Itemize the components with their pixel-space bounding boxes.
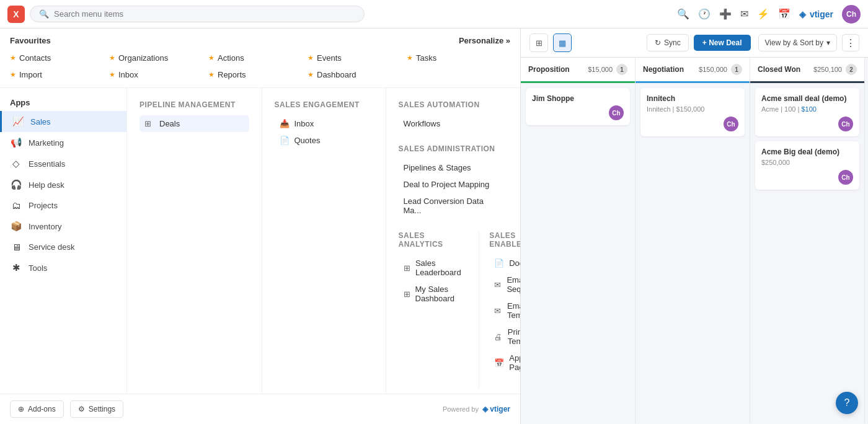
lead-conversion-link[interactable]: Lead Conversion Data Ma...	[399, 193, 508, 219]
tools-icon: ✱	[10, 262, 22, 273]
fav-organizations[interactable]: ★Organizations	[109, 51, 208, 64]
fav-reports[interactable]: ★Reports	[208, 68, 308, 81]
email-icon[interactable]: ✉	[740, 8, 748, 20]
search-input[interactable]	[54, 9, 355, 19]
print-templates-link[interactable]: 🖨 Print Templates	[489, 324, 520, 350]
leaderboard-icon: ⊞	[404, 263, 410, 273]
search-bar[interactable]: 🔍	[30, 6, 365, 22]
app-item-tools[interactable]: ✱ Tools	[0, 257, 126, 278]
help-fab[interactable]: ?	[836, 392, 858, 414]
lightning-icon[interactable]: ⚡	[757, 8, 769, 20]
fav-import[interactable]: ★Import	[10, 68, 109, 81]
deal-card[interactable]: Innitech Innitech | $150,000 Ch	[640, 88, 745, 136]
favourites-heading: Favourites	[10, 36, 51, 45]
more-options-button[interactable]: ⋮	[842, 34, 859, 51]
favourites-title: Favourites Personalize »	[10, 36, 510, 45]
search-icon: 🔍	[39, 9, 49, 19]
deal-card[interactable]: Acme small deal (demo) Acme | 100 | $100…	[755, 88, 859, 136]
star-icon: ★	[208, 71, 215, 79]
dashboard-icon: ⊞	[404, 289, 410, 299]
apps-title: Apps	[0, 94, 126, 111]
deal-card[interactable]: Acme Big deal (demo) $250,000 Ch	[755, 141, 859, 190]
add-icon[interactable]: ➕	[719, 8, 732, 20]
sync-button[interactable]: ↻ Sync	[647, 34, 689, 51]
col-body-negotiation: Innitech Innitech | $150,000 Ch	[636, 83, 750, 423]
deal-card[interactable]: Jim Shoppe Ch	[526, 88, 630, 125]
addons-icon: ⊕	[18, 405, 24, 413]
fav-actions[interactable]: ★Actions	[208, 51, 308, 64]
app-item-inventory[interactable]: 📦 Inventory	[0, 216, 126, 237]
calendar-icon[interactable]: 📅	[778, 8, 790, 20]
mega-menu: Favourites Personalize » ★Contacts ★Orga…	[0, 29, 521, 424]
helpdesk-icon: 🎧	[10, 179, 22, 190]
menu-panel-right: Sales Automation Workflows Sales Adminis…	[386, 88, 521, 394]
app-item-sales[interactable]: 📈 Sales	[0, 111, 126, 132]
sales-enablement-section: Sales Enablement 📄 Documents ✉ Email Seq…	[489, 231, 520, 376]
search-nav-icon[interactable]: 🔍	[677, 8, 689, 20]
menu-content: Pipeline Management ⊞ Deals Sales Engage…	[127, 88, 520, 394]
avatar: Ch	[609, 105, 624, 120]
star-icon: ★	[109, 54, 115, 62]
app-item-servicedesk[interactable]: 🖥 Service desk	[0, 237, 126, 257]
top-nav: X 🔍 🔍 🕐 ➕ ✉ ⚡ 📅 ◈ vtiger Ch	[0, 0, 868, 29]
my-sales-dashboard-link[interactable]: ⊞ My Sales Dashboard	[399, 281, 469, 307]
nav-right: 🔍 🕐 ➕ ✉ ⚡ 📅 ◈ vtiger Ch	[677, 5, 861, 24]
appointment-icon: 📅	[494, 358, 504, 368]
deal-project-mapping-link[interactable]: Deal to Project Mapping	[399, 176, 508, 193]
documents-link[interactable]: 📄 Documents	[489, 255, 520, 272]
menu-body: Apps 📈 Sales 📢 Marketing ◇ Essentials 🎧 …	[0, 88, 520, 394]
email-sequences-icon: ✉	[494, 280, 502, 289]
close-button[interactable]: X	[7, 6, 25, 23]
app-item-projects[interactable]: 🗂 Projects	[0, 195, 126, 216]
pipeline-columns: Proposition $15,000 1 Jim Shoppe Ch	[521, 58, 868, 423]
col-body-proposition: Jim Shoppe Ch	[521, 83, 635, 423]
sales-leaderboard-link[interactable]: ⊞ Sales Leaderboard	[399, 255, 469, 281]
deals-icon: ⊞	[144, 119, 154, 128]
pipeline-col-proposition: Proposition $15,000 1 Jim Shoppe Ch	[521, 58, 636, 423]
grid-view-btn[interactable]: ⊞	[529, 33, 548, 52]
powered-by: Powered by ◈ vtiger	[443, 405, 510, 413]
kanban-view-btn[interactable]: ▦	[553, 33, 572, 52]
history-icon[interactable]: 🕐	[698, 8, 711, 20]
essentials-icon: ◇	[10, 158, 22, 169]
fav-events[interactable]: ★Events	[308, 51, 407, 64]
email-templates-link[interactable]: ✉ Email Templates	[489, 298, 520, 324]
pipeline-management-section: Pipeline Management ⊞ Deals	[140, 100, 249, 132]
col-header-proposition: Proposition $15,000 1	[521, 58, 635, 83]
avatar: Ch	[838, 170, 853, 185]
star-icon: ★	[407, 54, 413, 62]
deals-link[interactable]: ⊞ Deals	[140, 115, 249, 132]
personalize-link[interactable]: Personalize »	[459, 36, 510, 45]
pipelines-stages-link[interactable]: Pipelines & Stages	[399, 159, 508, 176]
menu-panel-left: Pipeline Management ⊞ Deals	[127, 88, 262, 394]
view-sort-button[interactable]: View by & Sort by ▾	[758, 34, 838, 51]
quotes-icon: 📄	[280, 136, 290, 145]
quotes-link[interactable]: 📄 Quotes	[275, 132, 373, 149]
documents-icon: 📄	[494, 258, 504, 268]
settings-button[interactable]: ⚙ Settings	[70, 400, 123, 418]
fav-contacts[interactable]: ★Contacts	[10, 51, 109, 64]
fav-inbox[interactable]: ★Inbox	[109, 68, 208, 81]
vtiger-logo-icon: ◈	[799, 9, 806, 19]
user-avatar[interactable]: Ch	[842, 5, 861, 24]
appointment-pages-link[interactable]: 📅 Appointment Pages	[489, 350, 520, 376]
app-item-essentials[interactable]: ◇ Essentials	[0, 153, 126, 174]
workflows-link[interactable]: Workflows	[399, 115, 508, 132]
new-deal-button[interactable]: + New Deal	[694, 35, 751, 51]
star-icon: ★	[308, 71, 314, 79]
star-icon: ★	[10, 71, 16, 79]
fav-dashboard[interactable]: ★Dashboard	[308, 68, 407, 81]
col-body-closed-won: Acme small deal (demo) Acme | 100 | $100…	[750, 83, 864, 423]
fav-tasks[interactable]: ★Tasks	[407, 51, 506, 64]
sales-admin-section: Sales Administration Pipelines & Stages …	[399, 144, 508, 219]
sales-engagement-section: Sales Engagement 📥 Inbox 📄 Quotes	[275, 100, 373, 149]
app-item-marketing[interactable]: 📢 Marketing	[0, 132, 126, 153]
sync-icon: ↻	[655, 38, 661, 47]
email-sequences-link[interactable]: ✉ Email Sequences	[489, 272, 520, 298]
pipeline-col-negotiation: Negotiation $150,000 1 Innitech Innitech…	[636, 58, 750, 423]
inbox-link[interactable]: 📥 Inbox	[275, 115, 373, 132]
app-item-helpdesk[interactable]: 🎧 Help desk	[0, 174, 126, 195]
fav-items: ★Contacts ★Organizations ★Actions ★Event…	[10, 51, 510, 81]
star-icon: ★	[10, 54, 16, 62]
addons-button[interactable]: ⊕ Add-ons	[10, 400, 64, 418]
